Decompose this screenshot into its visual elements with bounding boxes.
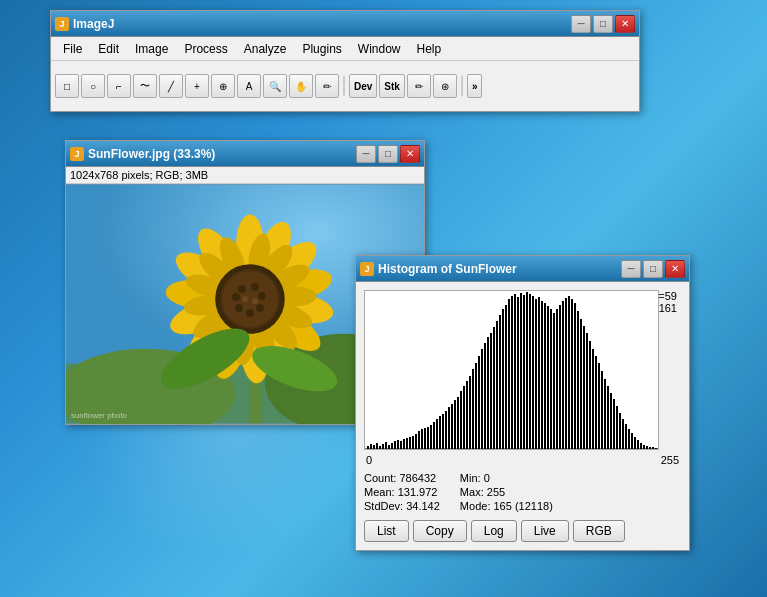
tool-ellipse[interactable]: ○ bbox=[81, 74, 105, 98]
svg-rect-128 bbox=[601, 371, 603, 449]
axis-right: 255 bbox=[661, 454, 679, 466]
sunflower-close-button[interactable]: ✕ bbox=[400, 145, 420, 163]
svg-rect-123 bbox=[586, 333, 588, 449]
svg-rect-64 bbox=[409, 437, 411, 449]
svg-rect-68 bbox=[421, 429, 423, 449]
tool-hand[interactable]: ✋ bbox=[289, 74, 313, 98]
svg-rect-56 bbox=[385, 442, 387, 449]
histogram-titlebar: J Histogram of SunFlower ─ □ ✕ bbox=[356, 256, 689, 282]
svg-point-43 bbox=[232, 293, 240, 301]
svg-rect-59 bbox=[394, 441, 396, 449]
min-stat: Min: 0 bbox=[460, 472, 553, 484]
tool-stk[interactable]: Stk bbox=[379, 74, 405, 98]
svg-rect-136 bbox=[625, 424, 627, 449]
svg-rect-96 bbox=[505, 305, 507, 449]
log-button[interactable]: Log bbox=[471, 520, 517, 542]
svg-rect-103 bbox=[526, 292, 528, 449]
tool-wand[interactable]: A bbox=[237, 74, 261, 98]
tool-rectangle[interactable]: □ bbox=[55, 74, 79, 98]
max-stat: Max: 255 bbox=[460, 486, 553, 498]
menu-analyze[interactable]: Analyze bbox=[236, 40, 295, 58]
histogram-minimize-button[interactable]: ─ bbox=[621, 260, 641, 278]
copy-button[interactable]: Copy bbox=[413, 520, 467, 542]
tool-more[interactable]: » bbox=[467, 74, 483, 98]
tool-extra[interactable]: ⊛ bbox=[433, 74, 457, 98]
svg-rect-95 bbox=[502, 309, 504, 449]
count-label: Count: bbox=[364, 472, 396, 484]
list-button[interactable]: List bbox=[364, 520, 409, 542]
min-label: Min: bbox=[460, 472, 481, 484]
svg-rect-98 bbox=[511, 296, 513, 449]
tool-pen[interactable]: ✏ bbox=[407, 74, 431, 98]
svg-rect-109 bbox=[544, 303, 546, 449]
sunflower-maximize-button[interactable]: □ bbox=[378, 145, 398, 163]
close-button[interactable]: ✕ bbox=[615, 15, 635, 33]
tool-eyedropper[interactable]: ✏ bbox=[315, 74, 339, 98]
tool-point[interactable]: ⊕ bbox=[211, 74, 235, 98]
stddev-value: 34.142 bbox=[406, 500, 440, 512]
svg-rect-139 bbox=[634, 437, 636, 449]
mode-value: 165 (12118) bbox=[494, 500, 553, 512]
svg-rect-63 bbox=[406, 438, 408, 449]
svg-rect-74 bbox=[439, 416, 441, 449]
menu-help[interactable]: Help bbox=[409, 40, 450, 58]
menu-window[interactable]: Window bbox=[350, 40, 409, 58]
svg-point-37 bbox=[238, 285, 246, 293]
mode-label: Mode: bbox=[460, 500, 491, 512]
svg-rect-108 bbox=[541, 301, 543, 449]
svg-rect-135 bbox=[622, 419, 624, 449]
sunflower-minimize-button[interactable]: ─ bbox=[356, 145, 376, 163]
svg-rect-113 bbox=[556, 309, 558, 449]
imagej-main-window: J ImageJ ─ □ ✕ File Edit Image Process A… bbox=[50, 10, 640, 112]
svg-rect-69 bbox=[424, 428, 426, 449]
svg-rect-131 bbox=[610, 393, 612, 449]
menu-image[interactable]: Image bbox=[127, 40, 176, 58]
mean-stat: Mean: 131.972 bbox=[364, 486, 440, 498]
toolbar-sep-2 bbox=[461, 76, 463, 96]
svg-rect-91 bbox=[490, 333, 492, 449]
svg-point-39 bbox=[258, 292, 266, 300]
svg-rect-92 bbox=[493, 327, 495, 449]
tool-freehand[interactable]: 〜 bbox=[133, 74, 157, 98]
tool-arrow[interactable]: + bbox=[185, 74, 209, 98]
histogram-title: Histogram of SunFlower bbox=[378, 262, 517, 276]
menu-plugins[interactable]: Plugins bbox=[294, 40, 349, 58]
imagej-title: ImageJ bbox=[73, 17, 114, 31]
tool-polygon[interactable]: ⌐ bbox=[107, 74, 131, 98]
svg-rect-89 bbox=[484, 343, 486, 449]
svg-rect-132 bbox=[613, 399, 615, 449]
svg-rect-137 bbox=[628, 429, 630, 449]
svg-rect-107 bbox=[538, 297, 540, 449]
svg-rect-130 bbox=[607, 386, 609, 449]
imagej-titlebar: J ImageJ ─ □ ✕ bbox=[51, 11, 639, 37]
svg-point-42 bbox=[235, 304, 243, 312]
maximize-button[interactable]: □ bbox=[593, 15, 613, 33]
tool-line[interactable]: ╱ bbox=[159, 74, 183, 98]
svg-rect-82 bbox=[463, 386, 465, 449]
svg-rect-66 bbox=[415, 434, 417, 449]
svg-rect-121 bbox=[580, 319, 582, 449]
svg-rect-79 bbox=[454, 400, 456, 449]
svg-rect-62 bbox=[403, 439, 405, 449]
menu-edit[interactable]: Edit bbox=[90, 40, 127, 58]
histogram-chart[interactable] bbox=[364, 290, 659, 450]
minimize-button[interactable]: ─ bbox=[571, 15, 591, 33]
live-button[interactable]: Live bbox=[521, 520, 569, 542]
menu-file[interactable]: File bbox=[55, 40, 90, 58]
tool-dev[interactable]: Dev bbox=[349, 74, 377, 98]
svg-rect-104 bbox=[529, 294, 531, 449]
rgb-button[interactable]: RGB bbox=[573, 520, 625, 542]
svg-rect-124 bbox=[589, 341, 591, 449]
histogram-window-controls: ─ □ ✕ bbox=[621, 260, 685, 278]
svg-rect-76 bbox=[445, 411, 447, 449]
histogram-icon: J bbox=[360, 262, 374, 276]
svg-rect-112 bbox=[553, 313, 555, 449]
svg-rect-53 bbox=[376, 443, 378, 449]
histogram-close-button[interactable]: ✕ bbox=[665, 260, 685, 278]
svg-rect-129 bbox=[604, 379, 606, 449]
tool-zoom[interactable]: 🔍 bbox=[263, 74, 287, 98]
svg-rect-52 bbox=[373, 445, 375, 449]
svg-rect-75 bbox=[442, 414, 444, 449]
histogram-maximize-button[interactable]: □ bbox=[643, 260, 663, 278]
menu-process[interactable]: Process bbox=[176, 40, 235, 58]
